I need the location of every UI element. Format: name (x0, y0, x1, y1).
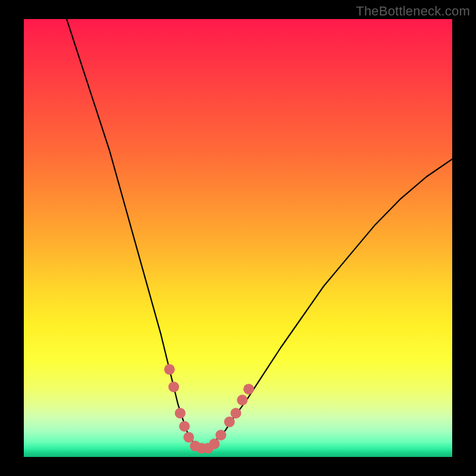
curve-marker (237, 394, 248, 405)
curve-marker (175, 408, 186, 418)
plot-area (24, 19, 452, 457)
bottleneck-curve-svg (24, 19, 452, 457)
curve-marker (215, 430, 226, 440)
chart-frame: TheBottleneck.com (0, 0, 476, 476)
curve-marker (168, 381, 179, 392)
curve-marker (243, 384, 254, 394)
watermark-text: TheBottleneck.com (356, 4, 470, 19)
curve-marker (183, 432, 194, 443)
bottleneck-curve (67, 19, 452, 448)
curve-marker (230, 408, 241, 418)
curve-marker (179, 421, 190, 432)
curve-marker (224, 416, 235, 427)
curve-marker (209, 439, 220, 449)
curve-marker (164, 364, 175, 375)
